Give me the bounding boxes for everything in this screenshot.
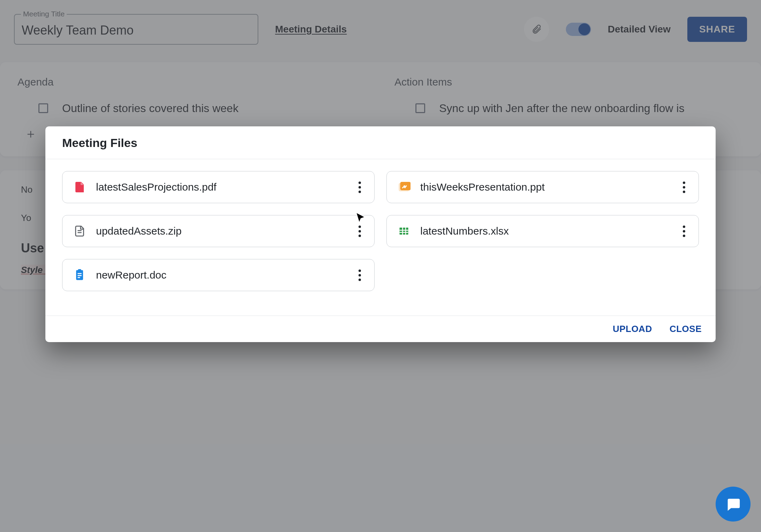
close-button[interactable]: CLOSE	[670, 324, 702, 334]
zip-file-icon	[73, 224, 86, 238]
file-menu-button[interactable]	[355, 226, 364, 237]
file-name: newReport.doc	[96, 269, 346, 281]
meeting-files-modal: Meeting Files latestSalesProjections.pdf…	[45, 126, 716, 342]
file-menu-button[interactable]	[355, 182, 364, 193]
file-menu-button[interactable]	[355, 269, 364, 281]
upload-button[interactable]: UPLOAD	[613, 324, 652, 334]
svg-rect-11	[78, 269, 81, 272]
intercom-launcher[interactable]	[716, 487, 751, 522]
ppt-file-icon	[397, 180, 411, 194]
file-card[interactable]: newReport.doc	[62, 259, 375, 291]
file-name: thisWeeksPresentation.ppt	[420, 181, 670, 193]
file-card[interactable]: thisWeeksPresentation.ppt	[386, 171, 699, 203]
modal-title: Meeting Files	[62, 136, 699, 150]
doc-file-icon	[73, 268, 86, 282]
file-menu-button[interactable]	[680, 182, 688, 193]
svg-rect-5	[400, 228, 408, 235]
xlsx-file-icon	[397, 224, 411, 238]
file-menu-button[interactable]	[680, 226, 688, 237]
chat-icon	[725, 496, 741, 512]
file-card[interactable]: latestNumbers.xlsx	[386, 215, 699, 247]
file-name: latestSalesProjections.pdf	[96, 181, 346, 193]
file-card[interactable]: latestSalesProjections.pdf	[62, 171, 375, 203]
file-name: latestNumbers.xlsx	[420, 225, 670, 237]
file-card[interactable]: updatedAssets.zip	[62, 215, 375, 247]
pdf-file-icon	[73, 180, 86, 194]
file-name: updatedAssets.zip	[96, 225, 346, 237]
